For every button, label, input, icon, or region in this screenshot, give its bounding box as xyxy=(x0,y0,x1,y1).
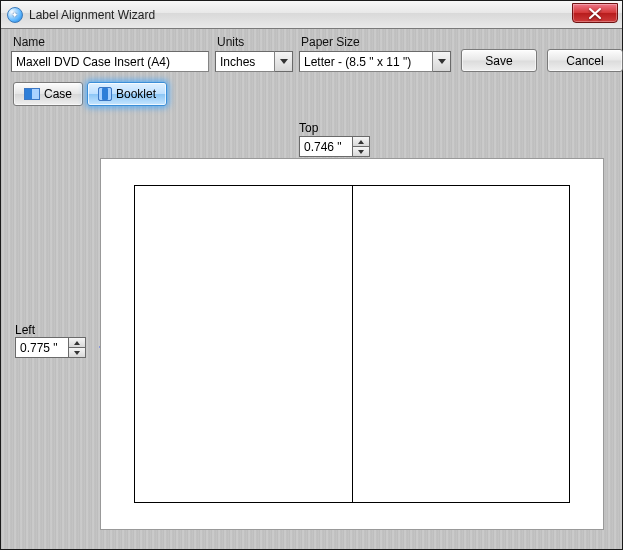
chevron-down-icon xyxy=(438,59,446,64)
tab-label: Booklet xyxy=(116,87,156,101)
left-margin-spinner xyxy=(15,337,86,358)
label-preview xyxy=(134,185,570,503)
case-icon xyxy=(24,88,40,100)
paper-size-label: Paper Size xyxy=(301,35,451,49)
chevron-down-icon xyxy=(74,351,80,355)
app-window: ✦ Label Alignment Wizard Name Units Inch… xyxy=(0,0,623,550)
chevron-down-icon xyxy=(280,59,288,64)
tab-label: Case xyxy=(44,87,72,101)
chevron-up-icon xyxy=(74,341,80,345)
units-dropdown-button[interactable] xyxy=(275,51,293,72)
booklet-icon xyxy=(98,87,112,101)
tab-booklet[interactable]: Booklet xyxy=(87,82,167,106)
top-margin-down-button[interactable] xyxy=(353,147,370,157)
paper-size-select[interactable]: Letter - (8.5 " x 11 ") xyxy=(299,51,433,72)
title-bar: ✦ Label Alignment Wizard xyxy=(1,1,622,29)
save-button[interactable]: Save xyxy=(461,49,537,72)
close-button[interactable] xyxy=(572,3,618,23)
chevron-down-icon xyxy=(358,150,364,154)
app-icon: ✦ xyxy=(7,7,23,23)
top-form-row: Name Units Inches Paper Size Letter - (8… xyxy=(1,29,622,80)
paper-size-dropdown-button[interactable] xyxy=(433,51,451,72)
close-icon xyxy=(589,8,601,19)
top-margin-label: Top xyxy=(299,121,318,135)
tab-bar: Case Booklet xyxy=(1,82,622,106)
units-label: Units xyxy=(217,35,293,49)
left-margin-down-button[interactable] xyxy=(69,348,86,358)
top-margin-up-button[interactable] xyxy=(353,136,370,147)
top-margin-spinner xyxy=(299,136,370,157)
tab-case[interactable]: Case xyxy=(13,82,83,106)
top-margin-input[interactable] xyxy=(299,136,353,157)
units-select[interactable]: Inches xyxy=(215,51,275,72)
left-margin-input[interactable] xyxy=(15,337,69,358)
left-margin-label: Left xyxy=(15,323,35,337)
name-input[interactable] xyxy=(11,51,209,72)
window-title: Label Alignment Wizard xyxy=(29,8,155,22)
cancel-button[interactable]: Cancel xyxy=(547,49,623,72)
chevron-up-icon xyxy=(358,140,364,144)
label-fold-line xyxy=(352,186,353,502)
left-margin-up-button[interactable] xyxy=(69,337,86,348)
name-label: Name xyxy=(13,35,209,49)
